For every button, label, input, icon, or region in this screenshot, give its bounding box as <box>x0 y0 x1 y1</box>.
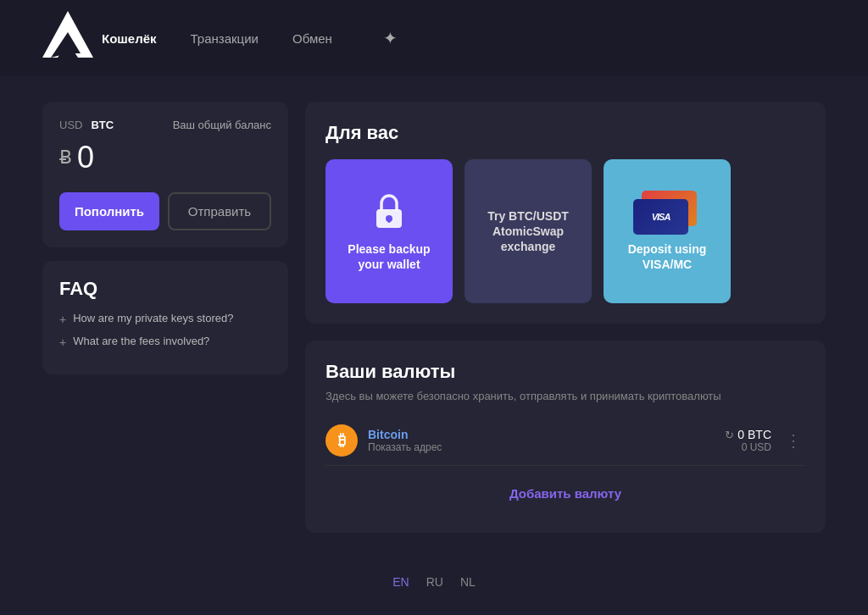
tab-btc[interactable]: BTC <box>91 119 114 131</box>
visa-card-label: Deposit using VISA/MC <box>615 241 719 272</box>
main-content: USD BTC Ваш общий баланс Ƀ 0 Пополнить О… <box>0 76 868 558</box>
lock-icon <box>368 191 410 233</box>
swap-card-label: Try BTC/USDT AtomicSwap exchange <box>476 208 580 255</box>
visa-promo-card[interactable]: VISA Deposit using VISA/MC <box>604 159 731 303</box>
faq-question-2: What are the fees involved? <box>73 335 209 347</box>
lang-en[interactable]: EN <box>392 575 409 589</box>
credit-cards-visual: VISA <box>633 191 701 233</box>
faq-expand-icon: + <box>59 335 66 349</box>
faq-card: FAQ + How are my private keys stored? + … <box>42 261 288 374</box>
deposit-button[interactable]: Пополнить <box>59 192 159 230</box>
footer: EN RU NL <box>0 558 868 606</box>
promo-cards: Please backup your wallet Try BTC/USDT A… <box>326 159 805 303</box>
faq-item[interactable]: + How are my private keys stored? <box>59 312 271 326</box>
nav-wallet[interactable]: Кошелёк <box>102 31 157 46</box>
btc-symbol: Ƀ <box>59 147 72 169</box>
topbar: Кошелёк Транзакции Обмен ✦ <box>0 0 868 76</box>
nav-transactions[interactable]: Транзакции <box>191 31 259 46</box>
tab-usd[interactable]: USD <box>59 119 82 131</box>
lang-ru[interactable]: RU <box>426 575 443 589</box>
bitcoin-icon: ₿ <box>326 424 358 457</box>
nav: Кошелёк Транзакции Обмен <box>102 31 332 46</box>
add-currency-button[interactable]: Добавить валюту <box>326 474 805 512</box>
currency-tabs: USD BTC Ваш общий баланс <box>59 119 271 131</box>
balance-amount: Ƀ 0 <box>59 140 271 175</box>
usd-balance-amount: 0 USD <box>725 441 771 453</box>
faq-title: FAQ <box>59 278 271 300</box>
visa-icon: VISA <box>633 199 688 235</box>
balance-card: USD BTC Ваш общий баланс Ƀ 0 Пополнить О… <box>42 102 288 247</box>
nav-exchange[interactable]: Обмен <box>292 31 332 46</box>
balance-value: 0 <box>77 140 94 175</box>
balance-label: Ваш общий баланс <box>173 119 271 131</box>
btc-amount-value: 0 BTC <box>737 428 771 441</box>
currency-balance: ↻ 0 BTC 0 USD <box>725 428 771 453</box>
logo[interactable] <box>34 7 102 69</box>
show-address-link[interactable]: Показать адрес <box>368 441 442 453</box>
lang-nl[interactable]: NL <box>460 575 476 589</box>
refresh-icon[interactable]: ↻ <box>725 429 734 441</box>
currency-row: ₿ Bitcoin Показать адрес ↻ 0 BTC 0 USD ⋮ <box>326 416 805 466</box>
backup-card-label: Please backup your wallet <box>337 241 441 272</box>
currencies-title: Ваши валюты <box>326 361 805 383</box>
currency-info: Bitcoin Показать адрес <box>368 428 442 453</box>
currencies-description: Здесь вы можете безопасно хранить, отпра… <box>326 390 805 402</box>
currencies-card: Ваши валюты Здесь вы можете безопасно хр… <box>305 341 826 533</box>
left-panel: USD BTC Ваш общий баланс Ƀ 0 Пополнить О… <box>42 102 288 533</box>
theme-toggle-icon[interactable]: ✦ <box>383 28 398 48</box>
svg-rect-5 <box>388 219 391 223</box>
backup-promo-card[interactable]: Please backup your wallet <box>326 159 453 303</box>
faq-expand-icon: + <box>59 313 66 326</box>
send-button[interactable]: Отправить <box>168 192 271 230</box>
faq-question-1: How are my private keys stored? <box>73 312 233 324</box>
faq-item[interactable]: + What are the fees involved? <box>59 335 271 349</box>
right-panel: Для вас Please backup your wallet Try BT… <box>305 102 826 533</box>
btc-balance-amount: ↻ 0 BTC <box>725 428 771 441</box>
for-you-card: Для вас Please backup your wallet Try BT… <box>305 102 826 324</box>
for-you-title: Для вас <box>326 122 805 144</box>
currency-more-icon[interactable]: ⋮ <box>782 430 805 451</box>
action-buttons: Пополнить Отправить <box>59 192 271 230</box>
currency-name: Bitcoin <box>368 428 442 441</box>
atomicswap-promo-card[interactable]: Try BTC/USDT AtomicSwap exchange <box>465 159 592 303</box>
